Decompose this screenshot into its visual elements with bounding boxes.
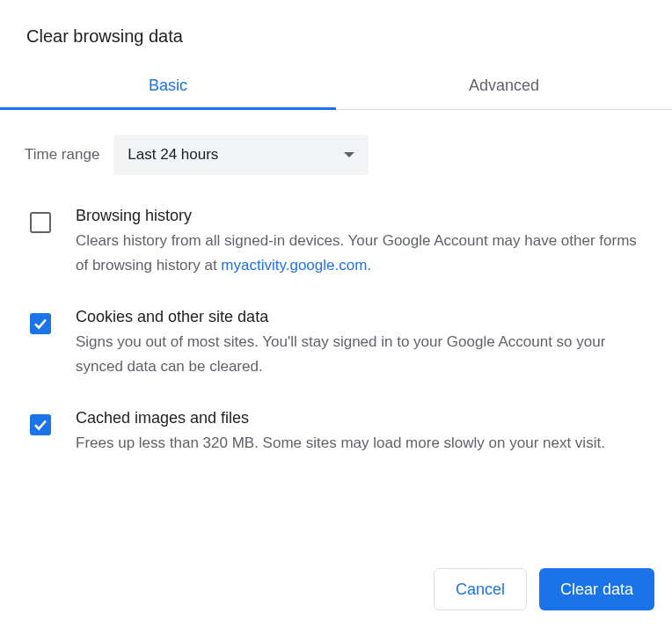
option-text: Browsing history Clears history from all… xyxy=(76,207,646,278)
myactivity-link[interactable]: myactivity.google.com xyxy=(221,257,367,274)
option-title: Cookies and other site data xyxy=(76,308,646,326)
checkbox-browsing-history[interactable] xyxy=(30,212,51,233)
dialog-footer: Cancel Clear data xyxy=(434,568,654,610)
option-title: Browsing history xyxy=(76,207,646,225)
option-text: Cookies and other site data Signs you ou… xyxy=(76,308,646,379)
check-icon xyxy=(33,316,48,332)
time-range-select[interactable]: Last 24 hours xyxy=(113,135,369,175)
checkbox-cache[interactable] xyxy=(30,414,51,435)
caret-down-icon xyxy=(344,152,354,157)
time-range-label: Time range xyxy=(25,146,99,164)
checkbox-cookies[interactable] xyxy=(30,313,51,334)
options-list: Browsing history Clears history from all… xyxy=(0,189,672,456)
desc-text: . xyxy=(367,257,371,274)
option-cookies: Cookies and other site data Signs you ou… xyxy=(30,308,646,379)
tab-advanced[interactable]: Advanced xyxy=(336,64,672,110)
dialog-title: Clear browsing data xyxy=(0,0,672,64)
cancel-button[interactable]: Cancel xyxy=(434,568,527,610)
tabs: Basic Advanced xyxy=(0,64,672,110)
option-title: Cached images and files xyxy=(76,409,646,427)
option-text: Cached images and files Frees up less th… xyxy=(76,409,646,456)
tab-basic[interactable]: Basic xyxy=(0,64,336,110)
option-desc: Clears history from all signed-in device… xyxy=(76,229,646,278)
option-desc: Frees up less than 320 MB. Some sites ma… xyxy=(76,431,646,456)
clear-data-button[interactable]: Clear data xyxy=(539,568,654,610)
check-icon xyxy=(33,417,48,433)
time-range-value: Last 24 hours xyxy=(128,146,218,164)
option-desc: Signs you out of most sites. You'll stay… xyxy=(76,330,646,379)
option-browsing-history: Browsing history Clears history from all… xyxy=(30,207,646,278)
time-range-row: Time range Last 24 hours xyxy=(0,110,672,189)
option-cache: Cached images and files Frees up less th… xyxy=(30,409,646,456)
